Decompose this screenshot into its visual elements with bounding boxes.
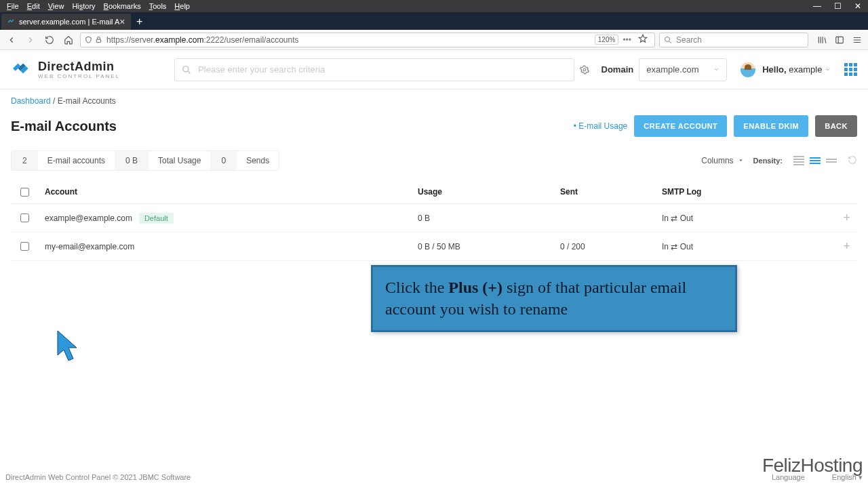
nav-reload-button[interactable] xyxy=(42,33,57,47)
app-search-input[interactable] xyxy=(198,64,566,75)
library-icon[interactable] xyxy=(815,33,829,47)
expand-plus-icon[interactable]: + xyxy=(784,239,857,253)
back-button[interactable]: BACK xyxy=(815,115,857,137)
row-checkbox[interactable] xyxy=(20,242,29,251)
brand-name: DirectAdmin xyxy=(38,60,120,73)
density-normal-icon[interactable] xyxy=(808,155,822,167)
search-icon xyxy=(182,65,191,75)
create-account-button[interactable]: CREATE ACCOUNT xyxy=(634,115,727,137)
breadcrumb-root[interactable]: Dashboard xyxy=(11,96,51,106)
window-minimize-icon[interactable]: — xyxy=(807,0,827,12)
nav-home-button[interactable] xyxy=(61,33,76,47)
cell-smtp[interactable]: In ⇄ Out xyxy=(662,214,784,223)
select-all-checkbox[interactable] xyxy=(20,188,29,197)
table-row: example@example.com Default 0 B In ⇄ Out… xyxy=(11,204,857,232)
shield-icon xyxy=(85,36,92,43)
url-bar[interactable]: https://server.example.com:2222/user/ema… xyxy=(80,33,655,47)
menu-edit[interactable]: Edit xyxy=(23,2,44,10)
settings-gear-icon[interactable] xyxy=(574,65,595,75)
user-greeting[interactable]: Hello, example xyxy=(762,64,831,75)
default-badge: Default xyxy=(139,213,174,224)
language-label: Language xyxy=(772,474,805,481)
cell-usage: 0 B xyxy=(418,214,560,223)
svg-point-3 xyxy=(183,66,189,71)
brand[interactable]: DirectAdmin web control panel xyxy=(11,58,120,81)
refresh-icon[interactable] xyxy=(848,155,857,167)
nav-back-button[interactable] xyxy=(4,33,19,47)
menu-tools[interactable]: Tools xyxy=(145,2,171,10)
brand-logo-icon xyxy=(11,58,31,81)
stat-count: 2 xyxy=(12,151,38,170)
url-more-icon[interactable]: ••• xyxy=(623,35,631,45)
tab-favicon-icon xyxy=(7,18,15,26)
watermark: FelizHosting xyxy=(762,456,863,475)
page-title: E-mail Accounts xyxy=(11,119,117,134)
tab-close-icon[interactable]: × xyxy=(119,16,125,27)
expand-plus-icon[interactable]: + xyxy=(784,211,857,225)
chevron-down-icon xyxy=(825,64,831,75)
domain-select[interactable]: example.com xyxy=(639,58,727,81)
row-checkbox[interactable] xyxy=(20,214,29,222)
menu-history[interactable]: History xyxy=(68,2,99,10)
menu-bookmarks[interactable]: Bookmarks xyxy=(100,2,145,10)
search-icon xyxy=(664,36,672,44)
header-account[interactable]: Account xyxy=(38,187,418,197)
new-tab-button[interactable]: + xyxy=(131,14,149,30)
avatar[interactable] xyxy=(741,62,755,77)
url-text: https://server.example.com:2222/user/ema… xyxy=(106,35,591,45)
language-select[interactable]: English ▾ xyxy=(832,474,863,481)
zoom-badge[interactable]: 120% xyxy=(595,35,619,45)
bookmark-star-icon[interactable] xyxy=(638,34,648,45)
browser-tab[interactable]: server.example.com | E-mail A × xyxy=(1,14,131,30)
menu-help[interactable]: Help xyxy=(170,2,194,10)
menu-file[interactable]: File xyxy=(3,2,23,10)
title-row: E-mail Accounts E-mail Usage CREATE ACCO… xyxy=(0,113,868,146)
email-usage-link[interactable]: E-mail Usage xyxy=(574,121,628,131)
table-row: my-email@example.com 0 B / 50 MB 0 / 200… xyxy=(11,232,857,261)
domain-value: example.com xyxy=(646,64,698,75)
sidebar-toggle-icon[interactable] xyxy=(833,33,846,47)
browser-search-box[interactable]: Search xyxy=(659,33,808,47)
stat-count-label: E-mail accounts xyxy=(38,151,115,170)
columns-select[interactable]: Columns xyxy=(701,156,743,165)
density-comfortable-icon[interactable] xyxy=(825,155,838,167)
cell-smtp[interactable]: In ⇄ Out xyxy=(662,242,784,251)
domain-label: Domain xyxy=(601,64,634,75)
browser-search-placeholder: Search xyxy=(676,35,702,45)
cell-sent: 0 / 200 xyxy=(560,242,662,251)
density-compact-icon[interactable] xyxy=(792,155,806,167)
stat-sends: 0 xyxy=(210,151,237,170)
window-close-icon[interactable]: ✕ xyxy=(848,0,868,12)
enable-dkim-button[interactable]: ENABLE DKIM xyxy=(734,115,808,137)
svg-point-1 xyxy=(665,37,670,41)
stat-sends-label: Sends xyxy=(237,151,279,170)
stat-usage-label: Total Usage xyxy=(149,151,210,170)
app-search[interactable] xyxy=(174,58,574,81)
menu-view[interactable]: View xyxy=(44,2,68,10)
app-header: DirectAdmin web control panel Domain exa… xyxy=(0,50,868,89)
apps-grid-icon[interactable] xyxy=(844,63,857,76)
footer: DirectAdmin Web Control Panel © 2021 JBM… xyxy=(0,456,868,481)
cursor-icon xyxy=(56,329,79,365)
stat-usage: 0 B xyxy=(115,151,149,170)
copyright: DirectAdmin Web Control Panel © 2021 JBM… xyxy=(5,473,191,481)
hamburger-menu-icon[interactable] xyxy=(850,33,864,47)
header-sent[interactable]: Sent xyxy=(560,187,662,197)
browser-tabbar: server.example.com | E-mail A × + xyxy=(0,12,868,30)
lock-icon xyxy=(95,36,102,43)
header-smtp[interactable]: SMTP Log xyxy=(662,187,784,197)
table-header: Account Usage Sent SMTP Log xyxy=(11,180,857,204)
account-email[interactable]: example@example.com xyxy=(45,214,132,223)
account-email[interactable]: my-email@example.com xyxy=(45,242,134,251)
instruction-callout: Click the Plus (+) sign of that particul… xyxy=(371,265,737,332)
stats-row: 2E-mail accounts 0 BTotal Usage 0Sends C… xyxy=(0,150,868,171)
window-maximize-icon[interactable]: ☐ xyxy=(827,0,848,12)
nav-forward-button[interactable] xyxy=(23,33,38,47)
header-usage[interactable]: Usage xyxy=(418,187,560,197)
breadcrumb-current: E-mail Accounts xyxy=(58,96,116,106)
svg-rect-2 xyxy=(836,37,844,43)
breadcrumb: Dashboard / E-mail Accounts xyxy=(0,89,868,113)
chevron-down-icon xyxy=(738,156,744,165)
svg-point-4 xyxy=(583,68,586,71)
brand-subtitle: web control panel xyxy=(38,74,120,79)
